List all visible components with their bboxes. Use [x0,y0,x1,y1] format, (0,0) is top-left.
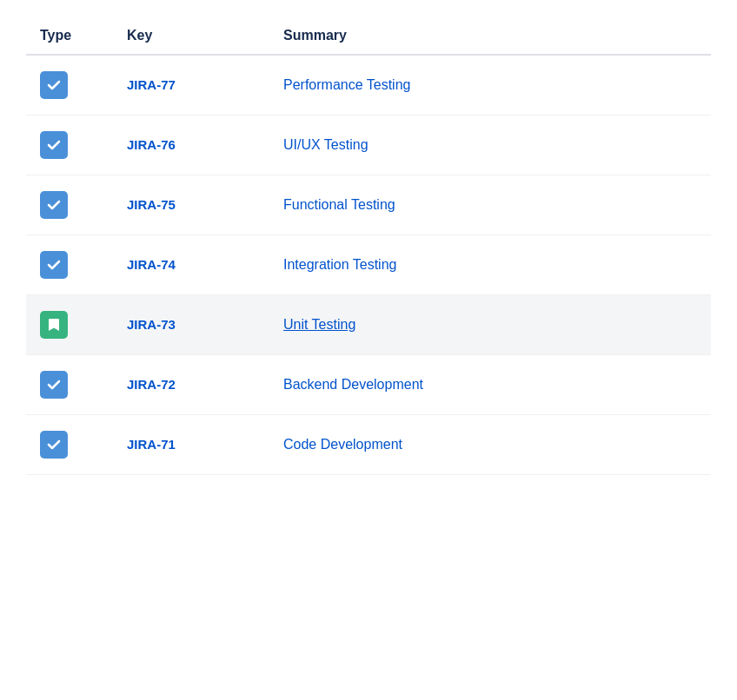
key-cell[interactable]: JIRA-74 [127,257,283,273]
key-cell[interactable]: JIRA-76 [127,137,283,153]
checkbox-icon [40,131,68,159]
header-summary: Summary [283,28,697,43]
checkbox-icon [40,191,68,219]
checkbox-icon [40,251,68,279]
table-row[interactable]: JIRA-71Code Development [26,415,711,475]
key-cell[interactable]: JIRA-75 [127,197,283,213]
summary-cell[interactable]: UI/UX Testing [283,137,697,153]
summary-cell[interactable]: Integration Testing [283,257,697,273]
table-header: Type Key Summary [26,17,711,56]
table-row[interactable]: JIRA-72Backend Development [26,355,711,415]
table-body: JIRA-77Performance Testing JIRA-76UI/UX … [26,56,711,475]
type-cell [40,191,127,219]
key-cell[interactable]: JIRA-77 [127,77,283,93]
type-cell [40,311,127,339]
table-row[interactable]: JIRA-76UI/UX Testing [26,116,711,175]
bookmark-icon [40,311,68,339]
issues-table: Type Key Summary JIRA-77Performance Test… [0,0,737,492]
header-key: Key [127,28,283,43]
table-row[interactable]: JIRA-77Performance Testing [26,56,711,116]
checkbox-icon [40,431,68,459]
type-cell [40,71,127,99]
key-cell[interactable]: JIRA-71 [127,437,283,452]
type-cell [40,371,127,399]
table-row[interactable]: JIRA-73Unit Testing [26,295,711,355]
header-type: Type [40,28,127,43]
summary-cell[interactable]: Performance Testing [283,77,697,93]
type-cell [40,431,127,459]
checkbox-icon [40,371,68,399]
summary-cell[interactable]: Code Development [283,437,697,452]
type-cell [40,251,127,279]
table-row[interactable]: JIRA-75Functional Testing [26,175,711,235]
key-cell[interactable]: JIRA-73 [127,317,283,333]
type-cell [40,131,127,159]
table-row[interactable]: JIRA-74Integration Testing [26,235,711,295]
summary-cell[interactable]: Unit Testing [283,317,697,333]
checkbox-icon [40,71,68,99]
summary-cell[interactable]: Backend Development [283,377,697,393]
key-cell[interactable]: JIRA-72 [127,377,283,393]
summary-cell[interactable]: Functional Testing [283,197,697,213]
